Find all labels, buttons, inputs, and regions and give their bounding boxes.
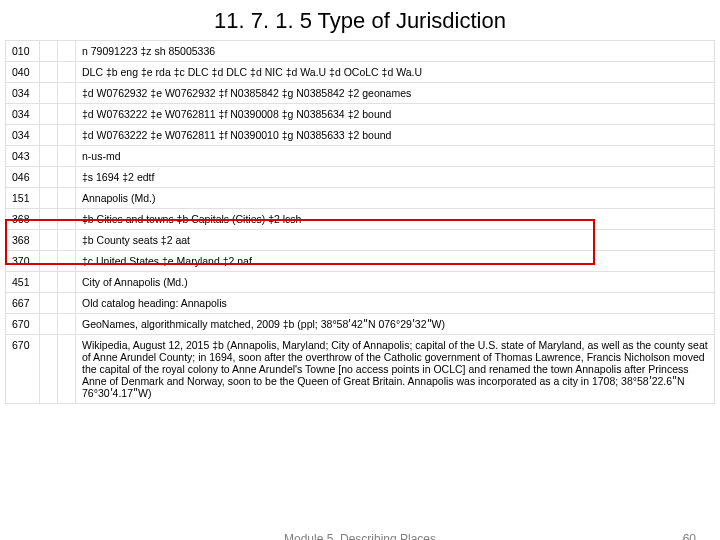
indicator-1 — [40, 230, 58, 251]
indicator-2 — [58, 104, 76, 125]
indicator-1 — [40, 188, 58, 209]
table-row: 034‡d W0763222 ‡e W0762811 ‡f N0390008 ‡… — [6, 104, 715, 125]
indicator-2 — [58, 62, 76, 83]
field-tag: 034 — [6, 83, 40, 104]
footer-module: Module 5. Describing Places — [284, 532, 436, 540]
table-row: 034‡d W0762932 ‡e W0762932 ‡f N0385842 ‡… — [6, 83, 715, 104]
field-tag: 368 — [6, 230, 40, 251]
indicator-2 — [58, 209, 76, 230]
indicator-1 — [40, 293, 58, 314]
field-tag: 368 — [6, 209, 40, 230]
indicator-2 — [58, 230, 76, 251]
indicator-1 — [40, 272, 58, 293]
indicator-2 — [58, 314, 76, 335]
indicator-1 — [40, 83, 58, 104]
indicator-2 — [58, 146, 76, 167]
table-row: 034‡d W0763222 ‡e W0762811 ‡f N0390010 ‡… — [6, 125, 715, 146]
table-row: 368‡b Cities and towns ‡b Capitals (Citi… — [6, 209, 715, 230]
field-content: GeoNames, algorithmically matched, 2009 … — [76, 314, 715, 335]
indicator-1 — [40, 314, 58, 335]
table-row: 151Annapolis (Md.) — [6, 188, 715, 209]
indicator-1 — [40, 125, 58, 146]
table-row: 040DLC ‡b eng ‡e rda ‡c DLC ‡d DLC ‡d NI… — [6, 62, 715, 83]
field-content: ‡b Cities and towns ‡b Capitals (Cities)… — [76, 209, 715, 230]
indicator-1 — [40, 251, 58, 272]
field-tag: 010 — [6, 41, 40, 62]
field-tag: 667 — [6, 293, 40, 314]
field-content: ‡c United States ‡e Maryland ‡2 naf — [76, 251, 715, 272]
indicator-2 — [58, 251, 76, 272]
field-content: ‡b County seats ‡2 aat — [76, 230, 715, 251]
table-row: 670Wikipedia, August 12, 2015 ‡b (Annapo… — [6, 335, 715, 404]
page-title: 11. 7. 1. 5 Type of Jurisdiction — [0, 0, 720, 40]
indicator-1 — [40, 104, 58, 125]
field-tag: 451 — [6, 272, 40, 293]
indicator-1 — [40, 167, 58, 188]
field-content: n 79091223 ‡z sh 85005336 — [76, 41, 715, 62]
indicator-1 — [40, 41, 58, 62]
field-tag: 370 — [6, 251, 40, 272]
indicator-1 — [40, 62, 58, 83]
table-row: 046‡s 1694 ‡2 edtf — [6, 167, 715, 188]
field-content: ‡s 1694 ‡2 edtf — [76, 167, 715, 188]
table-row: 451City of Annapolis (Md.) — [6, 272, 715, 293]
field-tag: 046 — [6, 167, 40, 188]
table-row: 043n-us-md — [6, 146, 715, 167]
field-content: ‡d W0762932 ‡e W0762932 ‡f N0385842 ‡g N… — [76, 83, 715, 104]
field-tag: 034 — [6, 125, 40, 146]
indicator-1 — [40, 209, 58, 230]
indicator-2 — [58, 335, 76, 404]
indicator-1 — [40, 335, 58, 404]
field-content: Annapolis (Md.) — [76, 188, 715, 209]
field-tag: 670 — [6, 314, 40, 335]
field-content: ‡d W0763222 ‡e W0762811 ‡f N0390008 ‡g N… — [76, 104, 715, 125]
indicator-2 — [58, 272, 76, 293]
indicator-2 — [58, 83, 76, 104]
table-row: 670GeoNames, algorithmically matched, 20… — [6, 314, 715, 335]
field-content: ‡d W0763222 ‡e W0762811 ‡f N0390010 ‡g N… — [76, 125, 715, 146]
field-tag: 670 — [6, 335, 40, 404]
marc-table: 010n 79091223 ‡z sh 85005336040DLC ‡b en… — [5, 40, 715, 404]
field-content: Old catalog heading: Annapolis — [76, 293, 715, 314]
indicator-2 — [58, 41, 76, 62]
indicator-1 — [40, 146, 58, 167]
marc-tbody: 010n 79091223 ‡z sh 85005336040DLC ‡b en… — [6, 41, 715, 404]
field-tag: 043 — [6, 146, 40, 167]
indicator-2 — [58, 125, 76, 146]
footer-page: 60 — [683, 532, 696, 540]
table-row: 667Old catalog heading: Annapolis — [6, 293, 715, 314]
indicator-2 — [58, 167, 76, 188]
indicator-2 — [58, 293, 76, 314]
field-content: n-us-md — [76, 146, 715, 167]
table-row: 368‡b County seats ‡2 aat — [6, 230, 715, 251]
field-tag: 040 — [6, 62, 40, 83]
field-content: DLC ‡b eng ‡e rda ‡c DLC ‡d DLC ‡d NIC ‡… — [76, 62, 715, 83]
table-row: 370‡c United States ‡e Maryland ‡2 naf — [6, 251, 715, 272]
field-tag: 151 — [6, 188, 40, 209]
field-tag: 034 — [6, 104, 40, 125]
indicator-2 — [58, 188, 76, 209]
field-content: Wikipedia, August 12, 2015 ‡b (Annapolis… — [76, 335, 715, 404]
field-content: City of Annapolis (Md.) — [76, 272, 715, 293]
table-row: 010n 79091223 ‡z sh 85005336 — [6, 41, 715, 62]
